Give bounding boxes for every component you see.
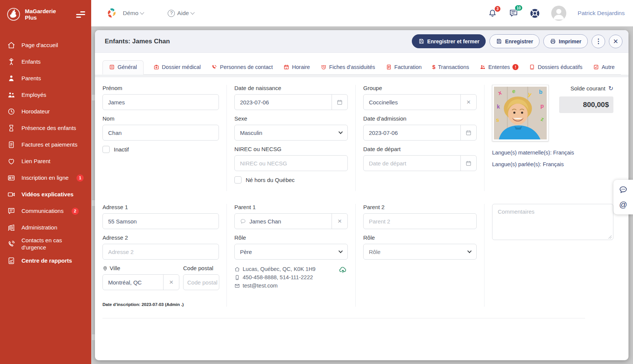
tab-autre[interactable]: Autre (592, 61, 616, 74)
sidebar-item-page-accueil[interactable]: Page d'accueil (0, 37, 91, 54)
parent2-input[interactable] (369, 218, 476, 225)
sidebar-item-presence[interactable]: Présence des enfants (0, 120, 91, 136)
page-title: Enfants: James Chan (105, 38, 170, 45)
sidebar-item-parents[interactable]: Parents (0, 70, 91, 87)
at-icon[interactable]: @ (619, 200, 627, 209)
upload-cloud-icon[interactable] (339, 266, 347, 274)
chat-bubble-icon (240, 218, 246, 224)
sidebar-menu: Page d'accueil Enfants Parents Employés … (0, 37, 91, 269)
avatar[interactable] (551, 6, 566, 21)
commentaires-textarea[interactable] (492, 204, 613, 240)
topbar-right: 3 10 Patrick Desjardins (488, 6, 625, 21)
brand-name: MaGarderie Plus (25, 8, 60, 21)
tab-general[interactable]: Général (102, 60, 144, 75)
chat-dots-icon[interactable] (619, 185, 628, 194)
parent1-role-select[interactable]: Père (234, 244, 348, 260)
calendar-icon[interactable] (460, 125, 476, 140)
parent1-email[interactable]: test@test.com (243, 281, 278, 290)
sexe-label: Sexe (234, 115, 348, 122)
calendar-icon[interactable] (332, 95, 347, 110)
sidebar-item-label: Inscription en ligne (21, 174, 69, 182)
sexe-select[interactable]: Masculin (234, 125, 348, 141)
parent1-address: Lucas, Québec, QC, K0K 1H9 (243, 265, 315, 273)
nirec-input[interactable] (240, 160, 347, 167)
code-postal-input[interactable] (187, 279, 219, 286)
clear-groupe-button[interactable]: × (460, 95, 476, 110)
invoice-icon (7, 141, 16, 149)
adresse2-input[interactable] (108, 249, 219, 255)
calendar-icon[interactable] (460, 156, 476, 171)
sidebar-item-lien-parent[interactable]: Lien Parent (0, 153, 91, 170)
group-column: Groupe × Date d'admission Date de départ (356, 85, 485, 191)
mail-icon (234, 283, 240, 289)
nom-input[interactable] (108, 130, 219, 136)
langue-maternelle: Langue(s) maternelle(s): Français (492, 150, 613, 156)
tab-dossier-medical[interactable]: Dossier médical (153, 61, 202, 74)
dob-input[interactable] (240, 99, 332, 106)
sidebar-item-videos[interactable]: Vidéos explicatives (0, 186, 91, 203)
tab-facturation[interactable]: Facturation (385, 61, 423, 74)
tab-fiches-assiduites[interactable]: Fiches d'assiduités (320, 61, 376, 74)
child-photo[interactable]: x e y b p k z s (492, 85, 549, 141)
parent1-phones: 450-458-8888, 514-111-2222 (243, 273, 313, 281)
groupe-input[interactable] (369, 99, 460, 106)
tab-personnes-contact[interactable]: Personnes de contact (211, 61, 274, 74)
ne-hors-quebec-checkbox[interactable] (234, 176, 242, 184)
more-options-button[interactable]: ⋮ (592, 35, 605, 48)
notifications-button[interactable]: 3 (488, 8, 497, 18)
sidebar-item-label: Contacts en cas d'urgence (21, 237, 78, 251)
chevron-down-icon (338, 130, 342, 134)
save-button[interactable]: Enregistrer (489, 34, 540, 48)
refresh-balance-icon[interactable]: ↻ (609, 85, 613, 92)
clear-parent1-button[interactable]: × (332, 214, 347, 229)
chevron-down-icon (191, 10, 195, 14)
user-name[interactable]: Patrick Desjardins (578, 10, 625, 17)
inactif-checkbox-row[interactable]: Inactif (102, 146, 219, 153)
svg-text:p: p (540, 102, 544, 109)
adresse1-input[interactable] (108, 218, 219, 225)
inactif-checkbox[interactable] (102, 146, 110, 153)
support-button[interactable] (530, 8, 540, 18)
svg-text:e: e (512, 88, 515, 94)
sidebar-item-communications[interactable]: Communications 2 (0, 203, 91, 219)
parent2-role-select[interactable]: Rôle (363, 244, 477, 260)
admission-input[interactable] (369, 130, 460, 136)
help-dropdown[interactable]: ? Aide (168, 10, 194, 17)
video-icon (7, 190, 16, 199)
org-dropdown[interactable]: Démo (123, 10, 144, 17)
svg-text:b: b (539, 89, 542, 95)
ne-hors-quebec-row[interactable]: Né hors du Québec (234, 176, 348, 184)
sidebar-item-inscription[interactable]: Inscription en ligne 1 (0, 170, 91, 186)
tab-dossiers-educatifs[interactable]: Dossiers éducatifs (528, 61, 583, 74)
people-icon (7, 91, 16, 99)
sidebar-item-contacts-urgence[interactable]: Contacts en cas d'urgence (0, 236, 91, 252)
ville-input[interactable] (108, 279, 163, 286)
sidebar-item-enfants[interactable]: Enfants (0, 54, 91, 70)
sidebar-item-employes[interactable]: Employés (0, 87, 91, 103)
question-icon: ? (168, 10, 175, 17)
sidebar-item-factures[interactable]: Factures et paiements (0, 136, 91, 153)
depart-input[interactable] (369, 160, 460, 167)
messages-badge: 10 (515, 5, 523, 11)
tab-ententes[interactable]: Ententes ! (479, 61, 519, 74)
topbar: Démo ? Aide 3 10 Patrick Desjardins (91, 0, 633, 26)
parent1-input[interactable] (249, 218, 332, 225)
sidebar-collapse-button[interactable] (76, 11, 85, 18)
inscription-note: Date d'inscription: 2023-07-03 (Admin .) (102, 302, 219, 307)
sidebar-item-administration[interactable]: Administration (0, 219, 91, 236)
sidebar-item-horodateur[interactable]: Horodateur (0, 103, 91, 120)
print-button[interactable]: Imprimer (543, 34, 588, 48)
messages-button[interactable]: 10 (509, 8, 518, 18)
prenom-input[interactable] (108, 99, 219, 106)
parent1-role-label: Rôle (234, 234, 348, 241)
close-button[interactable]: × (609, 35, 622, 48)
calendar-icon (283, 64, 289, 70)
save-and-close-button[interactable]: Enregistrer et fermer (412, 34, 486, 48)
dollar-icon: $ (432, 64, 435, 70)
clear-ville-button[interactable]: × (163, 275, 179, 290)
tab-transactions[interactable]: $ Transactions (431, 60, 470, 74)
sidebar-item-centre-rapports[interactable]: Centre de rapports (0, 252, 91, 269)
parent1-column: Parent 1 × Rôle Père (227, 204, 356, 307)
tab-horaire[interactable]: Horaire (283, 61, 311, 74)
ville-label: Ville (110, 265, 120, 271)
